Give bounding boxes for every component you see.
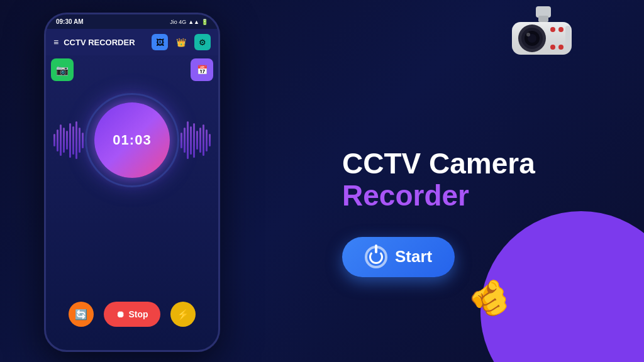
flash-button[interactable]: ⚡: [170, 302, 196, 327]
settings-icon-btn[interactable]: ⚙: [194, 34, 211, 50]
stop-label: Stop: [128, 309, 148, 319]
start-button-label: Start: [395, 247, 432, 266]
status-bar: 09:30 AM Jio 4G ▲▲ 🔋: [46, 14, 218, 29]
cctv-camera-image: [493, 3, 594, 87]
svg-point-12: [558, 45, 564, 50]
svg-point-8: [526, 33, 530, 36]
power-icon: [365, 246, 387, 268]
signal-icon: ▲▲: [188, 19, 199, 25]
menu-icon[interactable]: ≡: [53, 37, 58, 47]
green-camera-button[interactable]: 📷: [51, 58, 74, 81]
timer-outer-circle: 01:03: [85, 93, 179, 187]
app-title: CCTV RECORDER: [64, 38, 147, 47]
app-topbar: ≡ CCTV RECORDER 🖼 👑 ⚙: [46, 29, 218, 55]
power-ring: [369, 250, 383, 264]
timer-inner-circle: 01:03: [94, 102, 170, 178]
phone-content: 📷 📅: [46, 55, 218, 346]
hero-title-line2: Recorder: [342, 180, 535, 212]
rotate-button[interactable]: 🔄: [69, 302, 94, 327]
carrier-label: Jio 4G: [170, 19, 186, 25]
stop-button[interactable]: ⏺ Stop: [104, 302, 160, 327]
hero-title-line1: CCTV Camera: [342, 148, 535, 180]
svg-rect-13: [565, 26, 570, 51]
svg-point-9: [550, 27, 555, 32]
battery-icon: 🔋: [201, 19, 208, 25]
timer-wrapper: 01:03: [85, 93, 179, 187]
purple-schedule-button[interactable]: 📅: [191, 58, 213, 81]
stop-record-icon: ⏺: [116, 309, 125, 319]
status-right: Jio 4G ▲▲ 🔋: [170, 19, 208, 25]
gallery-icon-btn[interactable]: 🖼: [152, 34, 168, 50]
svg-point-11: [550, 45, 555, 50]
crown-icon-btn[interactable]: 👑: [173, 34, 189, 50]
svg-point-10: [558, 27, 564, 32]
timer-display: 01:03: [113, 132, 151, 148]
phone-mockup: 09:30 AM Jio 4G ▲▲ 🔋 ≡ CCTV RECORDER 🖼 👑…: [44, 13, 220, 352]
status-time: 09:30 AM: [56, 18, 84, 25]
start-button[interactable]: Start: [342, 237, 455, 277]
phone-controls: 🔄 ⏺ Stop ⚡: [69, 302, 196, 327]
svg-rect-1: [538, 16, 548, 22]
topbar-icons: 🖼 👑 ⚙: [152, 34, 211, 50]
